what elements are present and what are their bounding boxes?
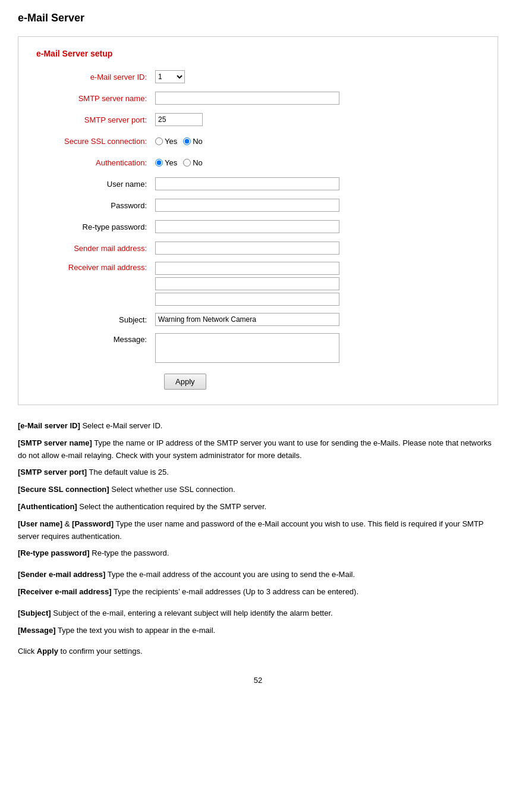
sender-label: Sender mail address:	[36, 244, 155, 253]
description-section3: [Subject] Subject of the e-mail, enterin…	[18, 607, 498, 637]
ssl-radio-group: Yes No	[155, 137, 203, 146]
desc-receiver-bold: [Receiver e-mail address]	[18, 587, 112, 596]
desc-apply-post: to confirm your settings.	[61, 647, 143, 656]
smtp-name-input[interactable]	[155, 92, 339, 105]
sender-row: Sender mail address:	[36, 240, 480, 256]
desc-subject-bold: [Subject]	[18, 609, 51, 617]
auth-yes-radio[interactable]	[155, 159, 163, 167]
server-id-row: e-Mail server ID: 1 2 3	[36, 69, 480, 84]
receiver-inputs	[155, 262, 339, 306]
ssl-no-radio[interactable]	[183, 137, 191, 145]
ssl-yes-radio[interactable]	[155, 137, 163, 145]
receiver3-input[interactable]	[155, 293, 339, 306]
desc-retype-bold: [Re-type password]	[18, 548, 90, 557]
smtp-port-label: SMTP server port:	[36, 115, 155, 124]
desc-auth-text: Select the authentication required by th…	[79, 502, 266, 511]
smtp-name-label: SMTP server name:	[36, 94, 155, 103]
smtp-port-row: SMTP server port:	[36, 112, 480, 127]
desc-message-bold: [Message]	[18, 626, 56, 635]
desc-apply: Click Apply to confirm your settings.	[18, 645, 498, 658]
desc-smtp-port: [SMTP server port] The default value is …	[18, 466, 498, 479]
server-id-label: e-Mail server ID:	[36, 73, 155, 81]
username-input[interactable]	[155, 177, 339, 190]
ssl-label: Secure SSL connection:	[36, 137, 155, 146]
desc-ssl: [Secure SSL connection] Select whether u…	[18, 484, 498, 496]
desc-receiver-text: Type the recipients’ e-mail addresses (U…	[114, 587, 358, 596]
auth-yes-label[interactable]: Yes	[155, 158, 177, 167]
desc-ssl-bold: [Secure SSL connection]	[18, 485, 109, 494]
desc-server-id: [e-Mail server ID] Select e-Mail server …	[18, 420, 498, 432]
description-section2: [Sender e-mail address] Type the e-mail …	[18, 569, 498, 598]
receiver-row: Receiver mail address:	[36, 262, 480, 306]
desc-user-pass: [User name] & [Password] Type the user n…	[18, 518, 498, 543]
apply-button[interactable]: Apply	[164, 374, 206, 390]
desc-user-amp: &	[65, 519, 72, 528]
desc-apply-bold: Apply	[37, 647, 58, 656]
desc-auth-bold: [Authentication]	[18, 502, 77, 511]
desc-message: [Message] Type the text you wish to appe…	[18, 625, 498, 637]
desc-server-id-bold: [e-Mail server ID]	[18, 421, 80, 430]
desc-auth: [Authentication] Select the authenticati…	[18, 501, 498, 513]
apply-row: Apply	[36, 369, 480, 390]
password-row: Password:	[36, 197, 480, 213]
auth-label: Authentication:	[36, 158, 155, 167]
desc-retype-text: Re-type the password.	[92, 548, 169, 557]
receiver2-input[interactable]	[155, 277, 339, 290]
password-label: Password:	[36, 201, 155, 210]
desc-user-bold: [User name]	[18, 519, 62, 528]
receiver-label: Receiver mail address:	[36, 262, 155, 272]
description-section: [e-Mail server ID] Select e-Mail server …	[18, 420, 498, 560]
ssl-row: Secure SSL connection: Yes No	[36, 133, 480, 149]
ssl-yes-label[interactable]: Yes	[155, 137, 177, 146]
retype-row: Re-type password:	[36, 219, 480, 234]
username-row: User name:	[36, 176, 480, 192]
subject-input[interactable]	[155, 313, 339, 326]
retype-label: Re-type password:	[36, 222, 155, 231]
desc-ssl-text: Select whether use SSL connection.	[111, 485, 235, 494]
page-number: 52	[18, 676, 498, 685]
desc-subject-text: Subject of the e-mail, entering a releva…	[53, 609, 332, 617]
ssl-no-label[interactable]: No	[183, 137, 203, 146]
message-label: Message:	[36, 333, 155, 344]
desc-smtp-name: [SMTP server name] Type the name or IP a…	[18, 437, 498, 462]
receiver1-input[interactable]	[155, 262, 339, 275]
auth-radio-group: Yes No	[155, 158, 203, 167]
desc-smtp-port-text: The default value is 25.	[89, 468, 168, 476]
auth-row: Authentication: Yes No	[36, 155, 480, 170]
section-title: e-Mail Server setup	[36, 49, 480, 58]
page-title: e-Mail Server	[18, 12, 498, 24]
auth-no-label[interactable]: No	[183, 158, 203, 167]
desc-receiver: [Receiver e-mail address] Type the recip…	[18, 586, 498, 598]
message-row: Message:	[36, 333, 480, 363]
password-input[interactable]	[155, 199, 339, 212]
description-section4: Click Apply to confirm your settings.	[18, 645, 498, 658]
desc-message-text: Type the text you wish to appear in the …	[58, 626, 215, 635]
desc-smtp-name-bold: [SMTP server name]	[18, 438, 92, 447]
auth-no-radio[interactable]	[183, 159, 191, 167]
retype-input[interactable]	[155, 220, 339, 233]
desc-subject: [Subject] Subject of the e-mail, enterin…	[18, 607, 498, 620]
username-label: User name:	[36, 180, 155, 189]
desc-sender-text: Type the e-mail address of the account y…	[108, 570, 355, 579]
desc-sender-bold: [Sender e-mail address]	[18, 570, 105, 579]
message-textarea[interactable]	[155, 333, 339, 363]
server-id-select[interactable]: 1 2 3	[155, 70, 185, 83]
subject-label: Subject:	[36, 315, 155, 324]
desc-sender: [Sender e-mail address] Type the e-mail …	[18, 569, 498, 581]
smtp-name-row: SMTP server name:	[36, 90, 480, 106]
sender-input[interactable]	[155, 242, 339, 255]
desc-server-id-text: Select e-Mail server ID.	[82, 421, 162, 430]
desc-pass-bold: [Password]	[72, 519, 114, 528]
smtp-port-input[interactable]	[155, 113, 203, 126]
desc-smtp-port-bold: [SMTP server port]	[18, 468, 87, 476]
desc-retype: [Re-type password] Re-type the password.	[18, 547, 498, 560]
email-server-setup-section: e-Mail Server setup e-Mail server ID: 1 …	[18, 36, 498, 405]
desc-apply-pre: Click	[18, 647, 37, 656]
subject-row: Subject:	[36, 312, 480, 327]
